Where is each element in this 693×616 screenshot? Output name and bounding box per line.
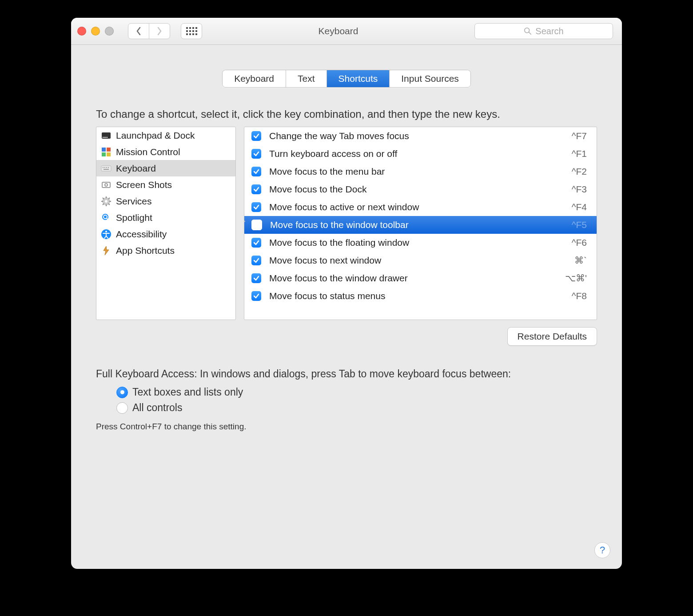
shortcut-row[interactable]: Move focus to next window⌘`: [244, 252, 597, 269]
svg-line-27: [103, 204, 104, 205]
tab-shortcuts[interactable]: Shortcuts: [327, 70, 390, 87]
chevron-left-icon: [135, 27, 142, 36]
radio-button[interactable]: [116, 402, 128, 414]
check-icon: [253, 204, 259, 210]
appshortcuts-icon: [101, 245, 112, 256]
category-launchpad-dock[interactable]: Launchpad & Dock: [96, 127, 235, 144]
category-label: Keyboard: [116, 163, 156, 174]
category-accessibility[interactable]: Accessibility: [96, 226, 235, 242]
shortcut-checkbox[interactable]: [251, 202, 261, 212]
svg-point-18: [105, 184, 108, 186]
category-label: Mission Control: [116, 147, 180, 157]
tab-text[interactable]: Text: [286, 70, 327, 87]
shortcut-checkbox[interactable]: [251, 220, 262, 230]
shortcut-row[interactable]: Turn keyboard access on or off^F1: [244, 145, 597, 163]
restore-defaults-button[interactable]: Restore Defaults: [507, 327, 597, 346]
close-button[interactable]: [77, 27, 86, 36]
svg-rect-6: [107, 137, 108, 138]
search-input[interactable]: Search: [474, 23, 613, 39]
svg-line-31: [107, 219, 109, 221]
preferences-window: Keyboard Search KeyboardTextShortcutsInp…: [71, 18, 622, 569]
shortcut-keys: ^F4: [572, 202, 587, 212]
shortcut-label: Turn keyboard access on or off: [269, 148, 564, 159]
shortcut-row[interactable]: Change the way Tab moves focus^F7: [244, 127, 597, 145]
shortcut-row[interactable]: Move focus to the window drawer⌥⌘': [244, 269, 597, 287]
keyboard-icon: [101, 163, 112, 174]
minimize-button[interactable]: [91, 27, 100, 36]
full-keyboard-access-hint: Press Control+F7 to change this setting.: [96, 422, 597, 432]
svg-rect-16: [104, 169, 109, 170]
shortcut-checkbox[interactable]: [251, 131, 261, 141]
svg-rect-10: [107, 152, 111, 156]
svg-line-25: [103, 198, 104, 199]
shortcut-keys: ^F1: [572, 148, 587, 159]
titlebar: Keyboard Search: [71, 18, 622, 45]
svg-rect-4: [104, 137, 105, 138]
svg-rect-7: [102, 148, 106, 152]
shortcut-checkbox[interactable]: [251, 167, 261, 176]
shortcut-list: Change the way Tab moves focus^F7Turn ke…: [244, 127, 597, 320]
launchpad-icon: [101, 130, 112, 141]
shortcut-keys: ^F3: [572, 184, 587, 195]
fka-radio-1[interactable]: All controls: [116, 402, 597, 414]
shortcut-keys: ^F8: [572, 291, 587, 301]
category-screen-shots[interactable]: Screen Shots: [96, 176, 235, 193]
category-mission-control[interactable]: Mission Control: [96, 144, 235, 160]
category-spotlight[interactable]: Spotlight: [96, 209, 235, 226]
fka-radio-0[interactable]: Text boxes and lists only: [116, 386, 597, 398]
shortcut-label: Move focus to the window drawer: [269, 273, 557, 284]
svg-rect-11: [101, 166, 111, 171]
search-icon: [524, 27, 532, 35]
check-icon: [253, 186, 259, 192]
shortcut-row[interactable]: Move focus to the menu bar^F2: [244, 163, 597, 180]
mission-control-icon: [101, 147, 112, 157]
nav-buttons: [128, 23, 170, 39]
full-keyboard-access-radio-group: Text boxes and lists onlyAll controls: [96, 386, 597, 414]
back-button[interactable]: [128, 23, 149, 39]
svg-rect-14: [106, 167, 107, 168]
shortcut-row[interactable]: Move focus to the Dock^F3: [244, 180, 597, 198]
shortcut-label: Move focus to the floating window: [269, 237, 564, 248]
shortcut-row[interactable]: Move focus to the floating window^F6: [244, 234, 597, 252]
svg-point-33: [105, 231, 107, 232]
radio-button[interactable]: [116, 387, 128, 398]
category-services[interactable]: Services: [96, 193, 235, 209]
radio-label: All controls: [132, 402, 182, 414]
category-label: Services: [116, 196, 152, 207]
forward-button[interactable]: [149, 23, 170, 39]
category-keyboard[interactable]: Keyboard: [96, 160, 235, 176]
tab-keyboard[interactable]: Keyboard: [223, 70, 286, 87]
zoom-button[interactable]: [105, 27, 114, 36]
full-keyboard-access-heading: Full Keyboard Access: In windows and dia…: [96, 368, 597, 380]
svg-rect-15: [108, 167, 109, 168]
check-icon: [253, 133, 259, 139]
shortcut-row[interactable]: Move focus to status menus^F8: [244, 287, 597, 305]
shortcut-checkbox[interactable]: [251, 291, 261, 301]
window-title: Keyboard: [208, 26, 468, 36]
shortcut-checkbox[interactable]: [251, 238, 261, 248]
help-button[interactable]: ?: [594, 542, 610, 558]
tab-input-sources[interactable]: Input Sources: [390, 70, 470, 87]
shortcut-checkbox[interactable]: [251, 256, 261, 265]
shortcut-row[interactable]: Move focus to the window toolbar^F5: [244, 216, 597, 234]
shortcut-row[interactable]: Move focus to active or next window^F4: [244, 198, 597, 216]
check-icon: [253, 168, 259, 175]
shortcut-checkbox[interactable]: [251, 184, 261, 194]
shortcut-checkbox[interactable]: [251, 273, 261, 283]
svg-rect-5: [105, 137, 106, 138]
category-label: Accessibility: [116, 229, 167, 240]
search-placeholder: Search: [535, 26, 563, 36]
accessibility-icon: [101, 229, 112, 240]
shortcut-keys: ^F6: [572, 237, 587, 248]
spotlight-icon: [101, 212, 112, 223]
check-icon: [253, 275, 259, 281]
grid-icon: [186, 27, 197, 35]
shortcut-checkbox[interactable]: [251, 149, 261, 159]
check-icon: [253, 257, 259, 264]
shortcut-label: Move focus to status menus: [269, 291, 564, 301]
show-all-button[interactable]: [181, 23, 202, 39]
chevron-right-icon: [156, 27, 163, 36]
category-app-shortcuts[interactable]: App Shortcuts: [96, 242, 235, 259]
shortcut-label: Move focus to the menu bar: [269, 166, 564, 177]
svg-rect-8: [107, 148, 111, 152]
